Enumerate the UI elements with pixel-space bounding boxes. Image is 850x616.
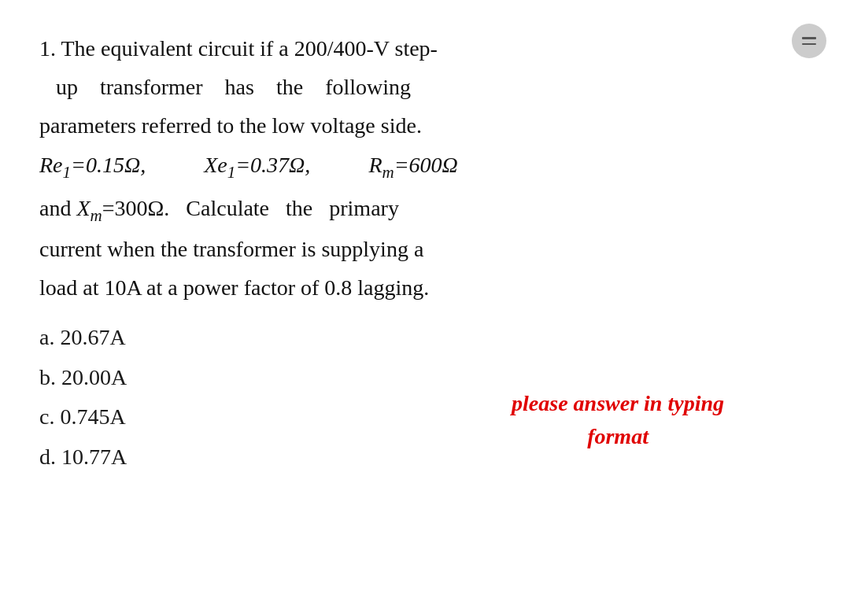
- question-text-line1: The equivalent circuit if a 200/400-V st…: [61, 36, 438, 61]
- menu-icon[interactable]: [792, 24, 826, 58]
- prompt-line1: please answer in typing: [512, 391, 724, 415]
- question-line-5: current when the transformer is supplyin…: [39, 232, 732, 267]
- math-parameters: Re1=0.15Ω, Xe1=0.37Ω, Rm=600Ω: [39, 148, 732, 186]
- question-line-3: parameters referred to the low voltage s…: [39, 109, 732, 144]
- prompt-line2: format: [587, 424, 649, 448]
- question-line-4: and Xm=300Ω. Calculate the primary: [39, 191, 732, 229]
- param-xe1: Xe1=0.37Ω,: [193, 148, 310, 186]
- question-number: 1.: [39, 36, 56, 61]
- menu-bar-2: [802, 43, 816, 46]
- question-line-6: load at 10A at a power factor of 0.8 lag…: [39, 271, 732, 306]
- main-content: 1. The equivalent circuit if a 200/400-V…: [0, 0, 771, 508]
- param-re1: Re1=0.15Ω,: [39, 148, 146, 186]
- question-text: 1. The equivalent circuit if a 200/400-V…: [39, 31, 732, 305]
- param-rm: Rm=600Ω: [357, 148, 457, 186]
- answer-prompt: please answer in typing format: [512, 387, 724, 453]
- question-line-2: up transformer has the following: [39, 70, 732, 105]
- menu-bar-1: [802, 37, 816, 39]
- question-line-1: 1. The equivalent circuit if a 200/400-V…: [39, 31, 732, 67]
- choice-a: a. 20.67A: [39, 318, 732, 357]
- question-block: 1. The equivalent circuit if a 200/400-V…: [39, 31, 732, 477]
